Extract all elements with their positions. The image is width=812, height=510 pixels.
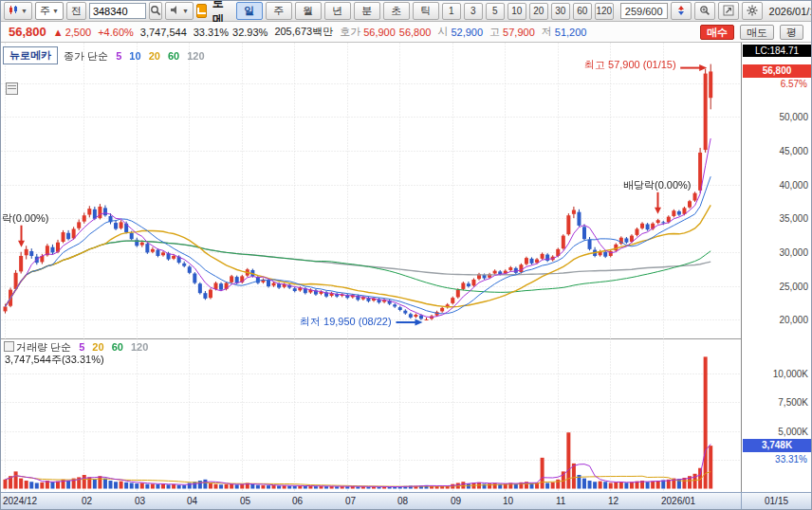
- current-volume-percent: 33.31%: [743, 454, 811, 465]
- current-date-display[interactable]: 2026/01/15: [769, 6, 812, 17]
- interval-button-120[interactable]: 120: [595, 3, 614, 20]
- bid-price: 56,800: [399, 27, 432, 38]
- low-label: 저: [542, 25, 552, 39]
- axis-tick-label: 10,000K: [773, 369, 808, 379]
- chart-region: 뉴로메카 종가 단순 5 10 20 60 120 최고 57,900 (01/…: [1, 43, 811, 509]
- chevron-down-icon: ▼: [182, 8, 189, 14]
- x-axis-month-label: 10: [503, 496, 513, 506]
- interval-button-60[interactable]: 60: [573, 3, 592, 20]
- x-axis-month-label: 12: [608, 496, 618, 506]
- x-axis-month-label: 04: [187, 496, 197, 506]
- announcement-button[interactable]: ▼: [165, 2, 194, 20]
- interval-button-20[interactable]: 20: [529, 3, 548, 20]
- open-price: 52,900: [451, 27, 483, 38]
- sell-button[interactable]: 매도: [740, 25, 774, 40]
- high-price: 57,900: [503, 27, 535, 38]
- candlestick-icon: [9, 5, 19, 17]
- search-icon: [150, 5, 161, 18]
- change-value: 2,500: [65, 27, 92, 38]
- trade-value: 205,673백만: [274, 25, 333, 39]
- price-ma-20-label: 20: [149, 50, 160, 62]
- period-tab-month[interactable]: 월: [295, 2, 322, 20]
- gear-icon: [747, 5, 758, 18]
- current-volume-box: 3,748K: [743, 439, 811, 452]
- ask-price: 56,900: [363, 27, 396, 38]
- expand-chart-button[interactable]: [718, 2, 739, 20]
- buy-button[interactable]: 매수: [700, 25, 734, 40]
- average-button[interactable]: 평: [780, 25, 803, 40]
- x-axis-month-label: 08: [397, 496, 408, 506]
- annotation-high-price: 최고 57,900 (01/15): [584, 58, 676, 72]
- price-ma-legend: 종가 단순 5 10 20 60 120: [64, 49, 205, 64]
- quote-bar: 56,800 ▲ 2,500 +4.60% 3,747,544 33.31% 3…: [1, 22, 811, 43]
- axis-tick-label: 45,000: [779, 146, 808, 156]
- interval-button-10[interactable]: 10: [508, 3, 526, 20]
- current-price: 56,800: [9, 25, 46, 39]
- stock-tab[interactable]: 뉴로메카: [3, 46, 58, 64]
- interval-button-1[interactable]: 1: [442, 3, 461, 20]
- period-tab-second[interactable]: 초: [383, 2, 410, 20]
- hoga-label: 호가: [340, 25, 360, 39]
- x-axis-month-label: 2024/12: [3, 496, 37, 506]
- interval-button-30[interactable]: 30: [551, 3, 570, 20]
- period-tab-year[interactable]: 년: [324, 2, 351, 20]
- change-arrow-icon: ▲: [53, 27, 64, 38]
- chart-type-menu-button[interactable]: ▼: [4, 2, 32, 20]
- volume-ma-5-label: 5: [79, 341, 84, 353]
- period-tab-week[interactable]: 주: [266, 2, 292, 20]
- current-date-axis-label: 01/15: [741, 492, 811, 509]
- x-axis-month-label: 03: [135, 496, 145, 506]
- high-label: 고: [489, 25, 500, 39]
- settings-button[interactable]: [742, 2, 763, 20]
- price-compare-button[interactable]: [671, 2, 692, 20]
- interval-button-3[interactable]: 3: [464, 3, 483, 20]
- lc-indicator: LC:184.71: [743, 45, 811, 57]
- jeon-button[interactable]: 전: [66, 2, 86, 20]
- open-label: 시: [437, 25, 448, 39]
- x-axis-month-label: 06: [292, 496, 303, 506]
- zoom-in-icon: [699, 5, 710, 18]
- price-ma-legend-label: 종가 단순: [64, 50, 108, 62]
- chevron-down-icon: ▼: [21, 8, 28, 14]
- period-tab-tick[interactable]: 틱: [413, 2, 439, 20]
- market-combo[interactable]: 주 ▼: [35, 2, 64, 20]
- volume-tool-icon[interactable]: [4, 341, 14, 352]
- annotation-ex-dividend: 배당락(0.00%): [623, 178, 692, 192]
- volume-ma-20-label: 20: [92, 341, 103, 353]
- chevron-down-icon: ▼: [52, 8, 59, 14]
- axis-tick-label: 30,000: [779, 247, 808, 258]
- volume-value: 3,747,544: [140, 27, 187, 38]
- axis-tick-label: 20,000: [779, 315, 808, 325]
- volume-chart-canvas[interactable]: [1, 338, 741, 492]
- price-ma-10-label: 10: [129, 50, 140, 62]
- axis-tick-label: 5,000K: [778, 427, 808, 437]
- volume-ratio-2: 32.93%: [232, 27, 268, 38]
- bar-count-label: 259/600: [620, 3, 668, 19]
- expand-icon: [723, 5, 734, 18]
- price-ma-60-label: 60: [168, 50, 179, 62]
- period-tab-day[interactable]: 일: [236, 2, 263, 20]
- market-combo-value: 주: [40, 4, 50, 18]
- stock-code-input[interactable]: [89, 3, 146, 19]
- volume-ma-120-label: 120: [131, 341, 148, 353]
- x-axis-month-label: 07: [345, 496, 356, 506]
- up-down-arrows-icon: [675, 5, 687, 18]
- volume-summary-label: 3,747,544주(33.31%): [5, 353, 104, 367]
- chart-scrollbar[interactable]: 2024/1202030405060708091011122026/01: [1, 492, 741, 509]
- low-price: 51,200: [555, 27, 587, 38]
- search-button[interactable]: [149, 2, 162, 20]
- chart-tool-icon[interactable]: [6, 82, 18, 95]
- price-ma-5-label: 5: [116, 50, 121, 62]
- zoom-in-button[interactable]: [694, 2, 715, 20]
- x-axis-month-label: 11: [556, 496, 565, 506]
- period-tab-minute[interactable]: 분: [354, 2, 380, 20]
- x-axis-month-label: 05: [240, 496, 250, 506]
- x-axis-month-label: 2026/01: [661, 496, 695, 506]
- axis-tick-label: 35,000: [779, 213, 808, 224]
- annotation-ex-dividend-left: 락(0.00%): [2, 211, 49, 226]
- toolbar: ▼ 주 ▼ 전 ▼ 뉴로메카 일 주 월 년 분 초 틱 1 3 5 10 20…: [1, 1, 811, 22]
- current-price-percent: 6.57%: [743, 79, 811, 90]
- current-price-box: 56,800: [743, 64, 811, 78]
- interval-button-5[interactable]: 5: [486, 3, 505, 20]
- axis-tick-label: 50,000: [779, 112, 808, 122]
